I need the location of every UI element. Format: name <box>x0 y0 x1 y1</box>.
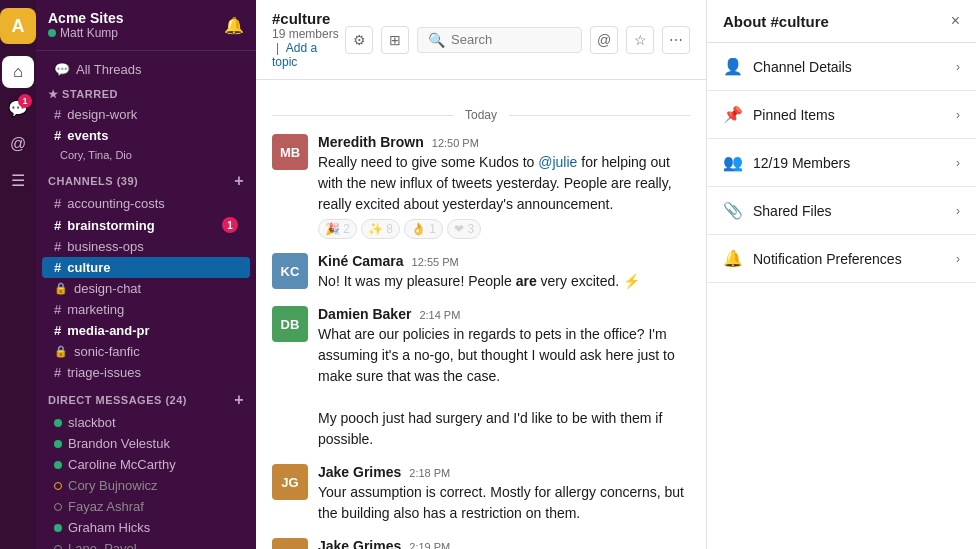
workspace-info: Acme Sites Matt Kump <box>48 10 123 40</box>
sidebar-item-graham[interactable]: Graham Hicks <box>42 517 250 538</box>
sidebar-item-business-ops[interactable]: # business-ops <box>42 236 250 257</box>
channel-title-section: #culture 19 members | Add a topic <box>272 10 345 69</box>
hash-icon: # <box>54 260 61 275</box>
panel-item-left: 📎 Shared Files <box>723 201 832 220</box>
channel-name: #culture <box>272 10 345 27</box>
message-author: Damien Baker <box>318 306 411 322</box>
panel-item-members[interactable]: 👥 12/19 Members › <box>707 139 976 187</box>
sidebar-item-cory-b[interactable]: Cory Bujnowicz <box>42 475 250 496</box>
message-item: JG Jake Grimes 2:19 PM shared a post ▾ 📄… <box>272 538 690 549</box>
sidebar-item-marketing[interactable]: # marketing <box>42 299 250 320</box>
avatar: JG <box>272 464 308 500</box>
message-header: Meredith Brown 12:50 PM <box>318 134 690 150</box>
sidebar: Acme Sites Matt Kump 🔔 💬 All Threads ★ S… <box>36 0 256 549</box>
search-icon: 🔍 <box>428 32 445 48</box>
search-input[interactable] <box>451 32 571 47</box>
sidebar-item-accounting-costs[interactable]: # accounting-costs <box>42 193 250 214</box>
reaction-item[interactable]: 🎉 2 <box>318 219 357 239</box>
sidebar-icon-messages[interactable]: 💬 1 <box>2 92 34 124</box>
sidebar-item-all-threads[interactable]: 💬 All Threads <box>42 59 250 80</box>
mention[interactable]: @julie <box>538 154 577 170</box>
sidebar-item-caroline[interactable]: Caroline McCarthy <box>42 454 250 475</box>
sidebar-icon-strip: A ⌂ 💬 1 @ ☰ <box>0 0 36 549</box>
sidebar-header: Acme Sites Matt Kump 🔔 <box>36 0 256 51</box>
chevron-right-icon: › <box>956 108 960 122</box>
message-author: Jake Grimes <box>318 464 401 480</box>
reaction-item[interactable]: ✨ 8 <box>361 219 400 239</box>
message-text: No! It was my pleasure! People are very … <box>318 271 690 292</box>
message-text: What are our policies in regards to pets… <box>318 324 690 450</box>
at-icon[interactable]: @ <box>590 26 618 54</box>
panel-item-left: 🔔 Notification Preferences <box>723 249 902 268</box>
right-panel-header: About #culture × <box>707 0 976 43</box>
sidebar-item-cory-tina[interactable]: Cory, Tina, Dio <box>42 146 250 164</box>
more-icon[interactable]: ⋯ <box>662 26 690 54</box>
hash-icon: # <box>54 239 61 254</box>
dm-status-dot <box>54 440 62 448</box>
chevron-right-icon: › <box>956 60 960 74</box>
message-item: KC Kiné Camara 12:55 PM No! It was my pl… <box>272 253 690 292</box>
message-body: Damien Baker 2:14 PM What are our polici… <box>318 306 690 450</box>
sidebar-item-events[interactable]: # events <box>42 125 250 146</box>
workspace-logo[interactable]: A <box>0 8 36 44</box>
panel-item-left: 👤 Channel Details <box>723 57 852 76</box>
paperclip-icon: 📎 <box>723 201 743 220</box>
close-panel-button[interactable]: × <box>951 12 960 30</box>
reaction-item[interactable]: ❤ 3 <box>447 219 481 239</box>
sidebar-item-media-and-pr[interactable]: # media-and-pr <box>42 320 250 341</box>
brainstorming-unread-badge: 1 <box>222 217 238 233</box>
notification-bell-icon[interactable]: 🔔 <box>224 16 244 35</box>
sidebar-icon-home[interactable]: ⌂ <box>2 56 34 88</box>
sidebar-item-sonic-fanfic[interactable]: 🔒 sonic-fanfic <box>42 341 250 362</box>
lock-icon: 🔒 <box>54 282 68 295</box>
panel-item-pinned-items[interactable]: 📌 Pinned Items › <box>707 91 976 139</box>
message-body: Kiné Camara 12:55 PM No! It was my pleas… <box>318 253 690 292</box>
sidebar-item-lane-pavel[interactable]: Lane, Pavel <box>42 538 250 549</box>
sidebar-item-brandon[interactable]: Brandon Velestuk <box>42 433 250 454</box>
user-status-dot <box>48 29 56 37</box>
message-header: Damien Baker 2:14 PM <box>318 306 690 322</box>
dm-status-dot <box>54 524 62 532</box>
chevron-right-icon: › <box>956 156 960 170</box>
panel-item-notification-prefs[interactable]: 🔔 Notification Preferences › <box>707 235 976 283</box>
right-panel: About #culture × 👤 Channel Details › 📌 P… <box>706 0 976 549</box>
bell-icon: 🔔 <box>723 249 743 268</box>
sidebar-item-design-chat[interactable]: 🔒 design-chat <box>42 278 250 299</box>
message-reactions: 🎉 2 ✨ 8 👌 1 ❤ 3 <box>318 219 690 239</box>
avatar: JG <box>272 538 308 549</box>
sidebar-item-culture[interactable]: # culture <box>42 257 250 278</box>
chevron-right-icon: › <box>956 204 960 218</box>
sidebar-item-brainstorming[interactable]: # brainstorming 1 <box>42 214 250 236</box>
hash-icon: # <box>54 323 61 338</box>
panel-item-channel-details[interactable]: 👤 Channel Details › <box>707 43 976 91</box>
message-item: MB Meredith Brown 12:50 PM Really need t… <box>272 134 690 239</box>
message-body: Jake Grimes 2:19 PM shared a post ▾ 📄 Bu… <box>318 538 690 549</box>
panel-item-label: Pinned Items <box>753 107 835 123</box>
star-icon[interactable]: ☆ <box>626 26 654 54</box>
hash-icon: # <box>54 302 61 317</box>
message-text: Really need to give some Kudos to @julie… <box>318 152 690 215</box>
message-item: JG Jake Grimes 2:18 PM Your assumption i… <box>272 464 690 524</box>
panel-item-label: Shared Files <box>753 203 832 219</box>
sidebar-item-triage-issues[interactable]: # triage-issues <box>42 362 250 383</box>
add-dm-icon[interactable]: + <box>234 391 244 409</box>
sidebar-item-design-work[interactable]: # design-work <box>42 104 250 125</box>
panel-item-shared-files[interactable]: 📎 Shared Files › <box>707 187 976 235</box>
workspace-name[interactable]: Acme Sites <box>48 10 123 26</box>
layout-icon[interactable]: ⊞ <box>381 26 409 54</box>
settings-icon[interactable]: ⚙ <box>345 26 373 54</box>
add-channel-icon[interactable]: + <box>234 172 244 190</box>
message-author: Kiné Camara <box>318 253 404 269</box>
workspace-user: Matt Kump <box>48 26 123 40</box>
bold-text: are <box>516 273 537 289</box>
message-item: DB Damien Baker 2:14 PM What are our pol… <box>272 306 690 450</box>
sidebar-icon-at[interactable]: @ <box>2 128 34 160</box>
hash-icon: # <box>54 218 61 233</box>
main-content: #culture 19 members | Add a topic ⚙ ⊞ 🔍 … <box>256 0 706 549</box>
dm-section-label: DIRECT MESSAGES (24) + <box>36 383 256 412</box>
sidebar-icon-apps[interactable]: ☰ <box>2 164 34 196</box>
sidebar-item-fayaz[interactable]: Fayaz Ashraf <box>42 496 250 517</box>
search-bar[interactable]: 🔍 <box>417 27 582 53</box>
sidebar-item-slackbot[interactable]: slackbot <box>42 412 250 433</box>
reaction-item[interactable]: 👌 1 <box>404 219 443 239</box>
